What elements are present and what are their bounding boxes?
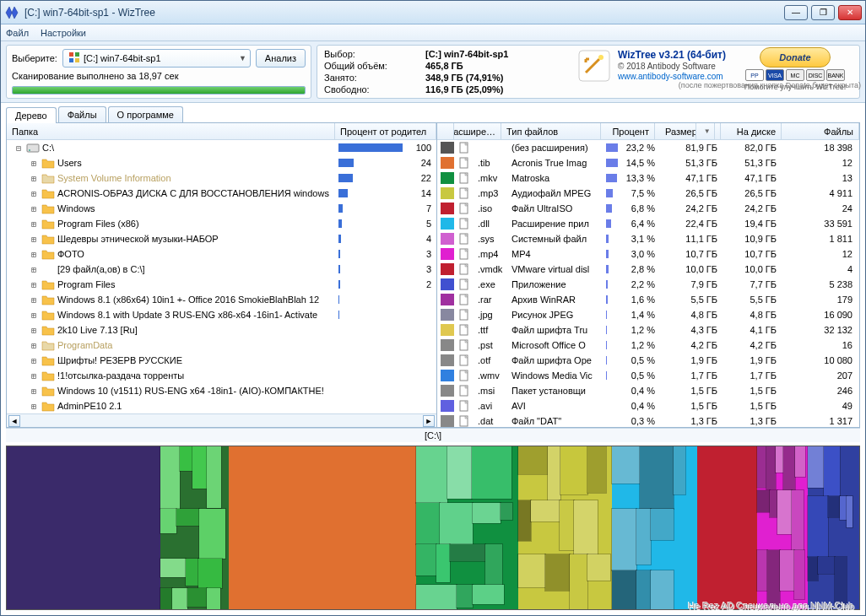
expand-icon[interactable]: ⊞: [29, 265, 39, 274]
menubar: Файл Настройки: [1, 24, 865, 41]
tree-row[interactable]: ⊞System Volume Information22: [7, 170, 436, 186]
minimize-button[interactable]: —: [784, 5, 808, 20]
ext-row[interactable]: .aviAVI0,4 %1,5 ГБ1,5 ГБ49: [437, 398, 859, 413]
expand-icon[interactable]: ⊞: [29, 250, 39, 259]
ext-row[interactable]: .mkvMatroska13,3 %47,1 ГБ47,1 ГБ13: [437, 170, 859, 186]
analyze-button[interactable]: Анализ: [256, 49, 306, 68]
tree-row[interactable]: ⊞2k10 Live 7.13 [Ru]: [7, 322, 436, 338]
tree-row[interactable]: ⊞Windows 10 (v1511) RUS-ENG x64 -18in1- …: [7, 383, 436, 398]
donate-button[interactable]: Donate: [760, 47, 831, 68]
expand-icon[interactable]: ⊞: [29, 295, 39, 305]
tree-row[interactable]: ⊟C:\100: [7, 140, 436, 155]
ext-row[interactable]: .wmvWindows Media Vic0,5 %1,7 ГБ1,7 ГБ20…: [437, 368, 859, 383]
ext-pct: 0,5 %: [618, 370, 658, 381]
tree-row[interactable]: ⊞Users24: [7, 155, 436, 170]
scroll-right-icon[interactable]: ►: [423, 415, 435, 427]
expand-icon[interactable]: ⊞: [29, 402, 39, 411]
ext-pct-bar: [606, 219, 618, 228]
drive-select[interactable]: [C:] win7-64bit-sp1 ▼: [62, 49, 251, 68]
ext-row[interactable]: .msiПакет установщи0,4 %1,5 ГБ1,5 ГБ246: [437, 383, 859, 398]
expand-icon[interactable]: ⊞: [29, 326, 39, 335]
expand-icon[interactable]: ⊞: [29, 174, 39, 183]
ext-row[interactable]: .otfФайл шрифта Ope0,5 %1,9 ГБ1,9 ГБ10 0…: [437, 353, 859, 368]
expand-icon[interactable]: ⊞: [29, 159, 39, 168]
ext-name: .mkv: [474, 173, 508, 183]
expand-icon[interactable]: ⊞: [29, 189, 39, 198]
treemap-block[interactable]: [518, 446, 612, 609]
svg-point-7: [29, 149, 30, 151]
treemap-block[interactable]: [697, 446, 757, 609]
treemap-block[interactable]: [7, 446, 160, 609]
ext-row[interactable]: .mp4MP43,0 %10,7 ГБ10,7 ГБ12: [437, 246, 859, 262]
tree-row[interactable]: ⊞!1!отсылка-раздача торренты: [7, 368, 436, 383]
col-ext[interactable]: Расшире…: [454, 123, 501, 139]
ext-row[interactable]: .mp3Аудиофайл MPEG7,5 %26,5 ГБ26,5 ГБ4 9…: [437, 186, 859, 201]
menu-settings[interactable]: Настройки: [41, 28, 86, 38]
tree-row[interactable]: ⊞Windows 8.1 (x86x64) 10in1 +- Office 20…: [7, 292, 436, 307]
tree-row[interactable]: ⊞ФОТО3: [7, 246, 436, 262]
expand-icon[interactable]: ⊞: [29, 219, 39, 229]
expand-icon[interactable]: ⊞: [29, 204, 39, 213]
tree-row[interactable]: ⊞Program Files2: [7, 277, 436, 292]
ext-row[interactable]: .datФайл "DAT"0,3 %1,3 ГБ1,3 ГБ1 317: [437, 413, 859, 427]
ext-row[interactable]: .rarАрхив WinRAR1,6 %5,5 ГБ5,5 ГБ179: [437, 292, 859, 307]
tree-row[interactable]: ⊞[29 файл(а,ов) в C:\]3: [7, 262, 436, 277]
ext-size: 22,4 ГБ: [658, 219, 721, 229]
tree-row[interactable]: ⊞ProgramData: [7, 338, 436, 353]
ext-row[interactable]: (без расширения)23,2 %81,9 ГБ82,0 ГБ18 3…: [437, 140, 859, 155]
expand-icon[interactable]: ⊞: [29, 371, 39, 381]
tab-tree[interactable]: Дерево: [6, 107, 57, 123]
ext-row[interactable]: .vmdkVMware virtual disl2,8 %10,0 ГБ10,0…: [437, 262, 859, 277]
treemap-block[interactable]: [808, 446, 859, 609]
ext-type: Пакет установщи: [508, 386, 606, 396]
expand-icon[interactable]: ⊞: [29, 386, 39, 396]
expand-icon[interactable]: ⊟: [14, 143, 24, 153]
tree-row[interactable]: ⊞Program Files (x86)5: [7, 216, 436, 231]
menu-file[interactable]: Файл: [6, 28, 29, 38]
ext-files: 13: [780, 173, 859, 183]
col-disk[interactable]: На диске: [721, 123, 782, 139]
expand-icon[interactable]: ⊞: [29, 341, 39, 350]
ext-row[interactable]: .tibAcronis True Imag14,5 %51,3 ГБ51,3 Г…: [437, 155, 859, 170]
tree-hscrollbar[interactable]: ◄ ►: [7, 413, 436, 427]
ext-row[interactable]: .pstMicrosoft Office O1,2 %4,2 ГБ4,2 ГБ1…: [437, 338, 859, 353]
treemap[interactable]: [6, 446, 860, 610]
col-percent-ext[interactable]: Процент: [601, 123, 655, 139]
tree-row[interactable]: ⊞ACRONIS-ОБРАЗ ДИСКА С ДЛЯ ВОССТАНОВЛЕНИ…: [7, 186, 436, 201]
treemap-block[interactable]: [416, 446, 518, 609]
tab-files[interactable]: Файлы: [58, 106, 106, 122]
maximize-button[interactable]: ❐: [811, 5, 835, 20]
close-button[interactable]: ✕: [838, 5, 862, 20]
scroll-left-icon[interactable]: ◄: [8, 415, 20, 427]
col-percent[interactable]: Процент от родител: [335, 123, 436, 139]
ext-row[interactable]: .sysСистемный файл3,1 %11,1 ГБ10,9 ГБ1 8…: [437, 231, 859, 246]
tree-row[interactable]: ⊞Шедевры этнической музыки-НАБОР4: [7, 231, 436, 246]
ext-row[interactable]: .exeПриложение2,2 %7,9 ГБ7,7 ГБ5 238: [437, 277, 859, 292]
expand-icon[interactable]: ⊞: [29, 311, 39, 320]
tree-row[interactable]: ⊞Шрифты! РЕЗЕРВ РУССКИЕ: [7, 353, 436, 368]
col-folder[interactable]: Папка: [7, 123, 335, 139]
tab-about[interactable]: О программе: [108, 106, 183, 122]
tree-row[interactable]: ⊞Windows7: [7, 201, 436, 216]
treemap-block[interactable]: [229, 446, 416, 609]
treemap-block[interactable]: [757, 446, 809, 609]
expand-icon[interactable]: ⊞: [29, 235, 39, 244]
col-type[interactable]: Тип файлов: [501, 123, 601, 139]
treemap-block[interactable]: [160, 446, 229, 609]
tree-row[interactable]: ⊞Windows 8.1 with Update 3 RUS-ENG x86-x…: [7, 307, 436, 322]
treemap-block[interactable]: [612, 446, 697, 609]
col-size[interactable]: Размер ▼: [655, 123, 721, 139]
ext-row[interactable]: .ttfФайл шрифта Tru1,2 %4,3 ГБ4,1 ГБ32 1…: [437, 322, 859, 338]
ext-row[interactable]: .dllРасширение прил6,4 %22,4 ГБ19,4 ГБ33…: [437, 216, 859, 231]
percent-bar: [338, 400, 403, 412]
col-files[interactable]: Файлы: [782, 123, 859, 139]
color-swatch: [441, 415, 454, 427]
ext-row[interactable]: .jpgРисунок JPEG1,4 %4,8 ГБ4,8 ГБ16 090: [437, 307, 859, 322]
app-url[interactable]: www.antibody-software.com: [618, 72, 726, 81]
tree-row[interactable]: ⊞AdminPE10 2.1: [7, 398, 436, 413]
expand-icon[interactable]: ⊞: [29, 280, 39, 289]
expand-icon[interactable]: ⊞: [29, 356, 39, 365]
ext-row[interactable]: .isoФайл UltraISO6,8 %24,2 ГБ24,2 ГБ24: [437, 201, 859, 216]
ext-type: Аудиофайл MPEG: [508, 188, 606, 198]
filetype-icon: [457, 294, 471, 305]
